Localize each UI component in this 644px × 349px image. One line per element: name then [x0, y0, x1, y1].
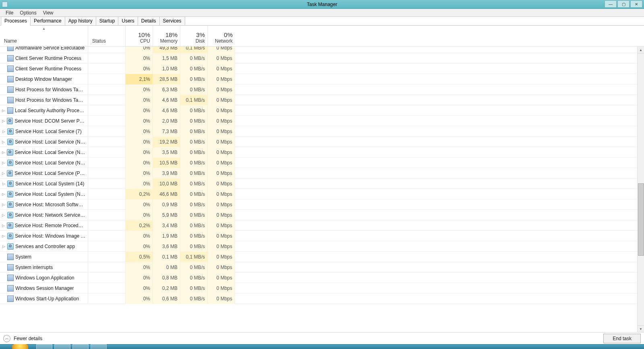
taskbar[interactable]: [0, 344, 644, 349]
cell-cpu: 0%: [126, 147, 153, 158]
expander-icon[interactable]: ▷: [2, 171, 5, 175]
cell-disk: 0 MB/s: [180, 168, 208, 179]
process-icon: [7, 254, 14, 260]
cell-name: Windows Session Manager: [0, 283, 88, 294]
expander-icon[interactable]: ▷: [2, 119, 5, 123]
tabbar: Processes Performance App history Startu…: [0, 17, 644, 26]
tab-services[interactable]: Services: [159, 16, 185, 26]
scroll-down-button[interactable]: ▼: [638, 325, 644, 332]
expander-icon[interactable]: ▷: [2, 109, 6, 113]
cell-network: 0 Mbps: [208, 294, 235, 304]
table-row[interactable]: ▷Service Host: Local System (14)0%10,0 M…: [0, 179, 644, 189]
table-row[interactable]: Host Process for Windows Tasks0%6,3 MB0 …: [0, 84, 644, 95]
tab-apphistory[interactable]: App history: [65, 16, 96, 26]
table-row[interactable]: ▷Service Host: Local Service (Peer...0%3…: [0, 168, 644, 179]
table-row[interactable]: ▷Service Host: Local Service (No ...0%10…: [0, 158, 644, 168]
cell-status: [88, 231, 126, 241]
taskbar-pin[interactable]: [72, 344, 89, 349]
tab-startup[interactable]: Startup: [96, 16, 119, 26]
minimize-button[interactable]: —: [605, 0, 617, 8]
process-icon: [7, 86, 14, 93]
table-row[interactable]: ▷Service Host: Local Service (Net...0%19…: [0, 137, 644, 147]
expander-icon[interactable]: ▷: [2, 213, 6, 217]
table-row[interactable]: ▷Local Security Authority Process...0%4,…: [0, 105, 644, 116]
table-row[interactable]: ▷Service Host: Local System (Net...0,2%4…: [0, 189, 644, 199]
cell-memory: 0,6 MB: [153, 294, 180, 304]
scrollbar[interactable]: ▲ ▼: [637, 47, 644, 332]
table-row[interactable]: ▷Service Host: Remote Procedure...0,2%3,…: [0, 220, 644, 231]
expander-icon[interactable]: ▷: [2, 150, 5, 154]
start-button[interactable]: [12, 344, 28, 349]
cell-status: [88, 252, 126, 262]
cell-network: 0 Mbps: [208, 105, 235, 116]
cell-name: ▷Service Host: Local Service (7): [0, 126, 88, 137]
scroll-up-button[interactable]: ▲: [638, 47, 644, 53]
close-button[interactable]: ✕: [630, 0, 642, 8]
expander-icon[interactable]: ▷: [2, 129, 6, 133]
table-row[interactable]: Client Server Runtime Process0%1,5 MB0 M…: [0, 53, 644, 64]
table-row[interactable]: Windows Logon Application0%0,8 MB0 MB/s0…: [0, 273, 644, 283]
table-row[interactable]: System0,5%0,1 MB0,1 MB/s0 Mbps: [0, 252, 644, 262]
table-row[interactable]: System interrupts0%0 MB0 MB/s0 Mbps: [0, 262, 644, 273]
col-header-cpu[interactable]: 10% CPU: [126, 26, 153, 46]
table-row[interactable]: ▷Services and Controller app0%3,6 MB0 MB…: [0, 241, 644, 252]
expander-icon[interactable]: ▷: [2, 192, 6, 196]
titlebar[interactable]: Task Manager — ▢ ✕: [0, 0, 644, 9]
maximize-button[interactable]: ▢: [617, 0, 630, 8]
col-header-status[interactable]: Status: [88, 26, 126, 46]
end-task-button[interactable]: End task: [603, 334, 641, 343]
expander-icon[interactable]: ▷: [2, 161, 6, 165]
cell-cpu: 0%: [126, 168, 153, 179]
tab-performance[interactable]: Performance: [30, 16, 65, 26]
col-header-disk[interactable]: 3% Disk: [180, 26, 208, 46]
table-row[interactable]: Windows Session Manager0%0,2 MB0 MB/s0 M…: [0, 283, 644, 294]
col-header-network[interactable]: 0% Network: [208, 26, 235, 46]
col-header-memory[interactable]: 18% Memory: [153, 26, 180, 46]
expander-icon[interactable]: ▷: [2, 182, 6, 186]
process-name: Service Host: Local Service (Net...: [15, 139, 85, 145]
tab-processes[interactable]: Processes: [1, 16, 31, 26]
cell-name: Host Process for Windows Tasks: [0, 84, 88, 95]
table-row[interactable]: ▷Service Host: Network Service (4)0%5,9 …: [0, 210, 644, 220]
taskbar-pin[interactable]: [91, 344, 107, 349]
cell-memory: 3,4 MB: [153, 220, 180, 231]
menu-file[interactable]: File: [2, 9, 17, 16]
cell-cpu: 0%: [126, 273, 153, 283]
table-row[interactable]: ▷Service Host: Windows Image A...0%1,9 M…: [0, 231, 644, 241]
menu-options[interactable]: Options: [17, 9, 39, 16]
scroll-thumb[interactable]: [638, 183, 644, 256]
cell-disk: 0 MB/s: [180, 231, 208, 241]
table-row[interactable]: ▷Service Host: Local Service (No I...0%3…: [0, 147, 644, 158]
cell-network: 0 Mbps: [208, 262, 235, 273]
cell-network: 0 Mbps: [208, 179, 235, 189]
cell-disk: 0 MB/s: [180, 126, 208, 137]
table-row[interactable]: ▷Service Host: DCOM Server Proc...0%2,0 …: [0, 116, 644, 126]
cell-name: ▷Service Host: Microsoft Softwar...: [0, 199, 88, 210]
table-row[interactable]: Desktop Window Manager2,1%28,5 MB0 MB/s0…: [0, 74, 644, 84]
table-row[interactable]: Client Server Runtime Process0%1,0 MB0 M…: [0, 64, 644, 74]
table-row[interactable]: ▷Service Host: Local Service (7)0%7,3 MB…: [0, 126, 644, 137]
expander-icon[interactable]: ▷: [2, 244, 6, 248]
col-memory-label: Memory: [155, 38, 178, 44]
table-row[interactable]: ▷Service Host: Microsoft Softwar...0%0,9…: [0, 199, 644, 210]
expander-icon[interactable]: ▷: [2, 234, 6, 238]
table-row[interactable]: Host Process for Windows Tasks0%4,6 MB0,…: [0, 95, 644, 105]
fewer-details-toggle[interactable]: ︿ Fewer details: [3, 335, 42, 342]
col-header-name[interactable]: ▲ Name: [0, 26, 88, 46]
cell-name: ▷Service Host: Local System (Net...: [0, 189, 88, 199]
process-name: Services and Controller app: [15, 244, 75, 249]
taskbar-pin[interactable]: [36, 344, 52, 349]
table-row[interactable]: Antimalware Service Executable0%49,3 MB0…: [0, 47, 644, 53]
process-list[interactable]: Antimalware Service Executable0%49,3 MB0…: [0, 47, 644, 332]
expander-icon[interactable]: ▷: [2, 224, 5, 228]
expander-icon[interactable]: ▷: [2, 203, 6, 207]
menu-view[interactable]: View: [40, 9, 57, 16]
cell-name: Windows Start-Up Application: [0, 294, 88, 304]
taskbar-pin[interactable]: [54, 344, 70, 349]
cell-name: Client Server Runtime Process: [0, 64, 88, 74]
tab-details[interactable]: Details: [138, 16, 160, 26]
cell-network: 0 Mbps: [208, 252, 235, 262]
tab-users[interactable]: Users: [118, 16, 138, 26]
expander-icon[interactable]: ▷: [2, 140, 6, 144]
table-row[interactable]: Windows Start-Up Application0%0,6 MB0 MB…: [0, 294, 644, 304]
